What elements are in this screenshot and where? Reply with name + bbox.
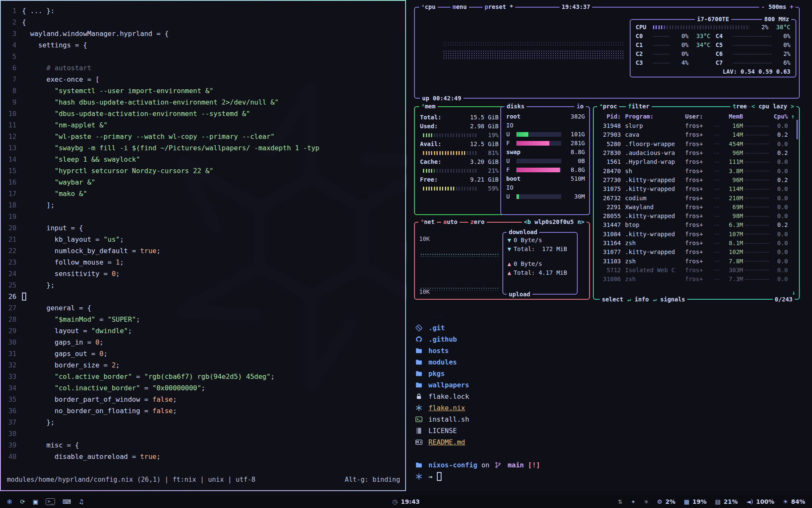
sort-selector[interactable]: < cpu lazy > (749, 102, 796, 111)
code-line[interactable]: 24 sensitivity = 0; (3, 268, 404, 279)
process-row[interactable]: 1561.Hyprland-wrapfros+111M0.0 (599, 157, 795, 166)
code-line[interactable]: 12 "wl-paste --primary --watch wl-copy -… (3, 131, 404, 142)
code-line[interactable]: 27 general = { (3, 302, 404, 314)
code-line[interactable]: 29 layout = "dwindle"; (3, 325, 404, 337)
code-line[interactable]: 15 "hyprctl setcursor Nordzy-cursors 22 … (3, 165, 404, 177)
editor-window[interactable]: 1{ ... }:2{3 wayland.windowManager.hyprl… (0, 0, 406, 491)
volume-module[interactable]: ◄)100% (746, 498, 774, 505)
code-line[interactable]: 22 numlock_by_default = true; (3, 245, 404, 257)
file-item[interactable]: flake.nix (415, 402, 812, 414)
update-interval-control[interactable]: - 500ms + (759, 3, 796, 11)
file-item[interactable]: pkgs (415, 368, 812, 379)
code-line[interactable]: 23 follow_mouse = 1; (3, 257, 404, 268)
shell-input-line[interactable]: → (415, 471, 812, 482)
code-line[interactable]: 3 wayland.windowManager.hyprland = { (3, 28, 404, 39)
code-line[interactable]: 11 "nm-applet &" (3, 119, 404, 131)
tray-icon-3[interactable]: ✳ (644, 499, 649, 505)
code-line[interactable]: 36 no_border_on_floating = false; (3, 405, 404, 417)
terminal-icon[interactable]: >_ (46, 498, 55, 505)
code-line[interactable]: 6 # autostart (3, 62, 404, 74)
file-item[interactable]: wallpapers (415, 379, 812, 391)
process-row[interactable]: 31077.kitty-wrappedfros+102M0.0 (599, 248, 795, 257)
process-row[interactable]: 27730.kitty-wrappedfros+96M0.2 (599, 176, 795, 185)
code-line[interactable]: 38 (3, 428, 404, 439)
tray-icon-1[interactable]: ⇅ (618, 499, 623, 505)
code-line[interactable]: 13 "swaybg -m fill -i $(find ~/Pictures/… (3, 142, 404, 154)
code-line[interactable]: 26 (3, 291, 404, 302)
code-line[interactable]: 28 "$mainMod" = "SUPER"; (3, 314, 404, 325)
code-line[interactable]: 10 "dbus-update-activation-environment -… (3, 108, 404, 119)
process-row[interactable]: 26732codiumfros+210M0.0 (599, 193, 795, 202)
code-line[interactable]: 20 input = { (3, 222, 404, 234)
tasks-icon[interactable]: ▣ (33, 498, 38, 505)
code-line[interactable]: 16 "waybar &" (3, 177, 404, 188)
music-icon[interactable]: ♫ (79, 498, 84, 505)
file-item[interactable]: modules (415, 356, 812, 368)
net-device-switcher[interactable]: <b wlp0s20f0u5 n> (522, 218, 587, 226)
code-line[interactable]: 8 "systemctl --user import-environment &… (3, 85, 404, 97)
code-line[interactable]: 2{ (3, 17, 404, 28)
cpu-load-module[interactable]: ▦19% (684, 498, 707, 505)
code-line[interactable]: 32 border_size = 2; (3, 359, 404, 371)
filter-button[interactable]: filter (626, 102, 652, 111)
code-line[interactable]: 30 gaps_in = 0; (3, 337, 404, 348)
restart-icon[interactable]: ⟳ (20, 498, 25, 505)
process-row[interactable]: 31164zshfros+8.1M0.0 (599, 239, 795, 248)
code-line[interactable]: 19 (3, 211, 404, 222)
code-line[interactable]: 5 (3, 51, 404, 62)
tray-icon-2[interactable]: ✦ (631, 499, 636, 505)
process-row[interactable]: 27903cavafros+14M0.2 (599, 130, 795, 139)
process-row[interactable]: 5712Isolated Web Cfros+303M0.0 (599, 266, 795, 275)
bar-clock[interactable]: ◷ 19:43 (392, 498, 420, 505)
process-row[interactable]: 31084.kitty-wrappedfros+107M0.0 (599, 230, 795, 239)
code-line[interactable]: 14 "sleep 1 && swaylock" (3, 154, 404, 165)
code-line[interactable]: 18 ]; (3, 199, 404, 211)
code-area[interactable]: 1{ ... }:2{3 wayland.windowManager.hyprl… (3, 5, 404, 462)
process-row[interactable]: 31086zshfros+7.3M0.0 (599, 275, 795, 284)
memory-module[interactable]: ▤21% (715, 498, 738, 505)
file-item[interactable]: hosts (415, 345, 812, 356)
process-row[interactable]: 28470shfros+3.8M0.0 (599, 166, 795, 175)
process-row[interactable]: 31948slurpfros+16M0.0 (599, 121, 795, 130)
code-line[interactable]: 37 }; (3, 417, 404, 428)
btop-window[interactable]: ¹cpu menu preset * 19:43:37 - 500ms + up… (407, 0, 812, 316)
menu-button[interactable]: menu (450, 3, 469, 11)
file-item[interactable]: .github (415, 334, 812, 345)
preset-button[interactable]: preset * (483, 3, 515, 11)
process-row[interactable]: 2291Xwaylandfros+69M0.0 (599, 203, 795, 212)
cpu-temp-module[interactable]: ⚙2% (657, 498, 675, 505)
code-line[interactable]: 9 "hash dbus-update-activation-environme… (3, 97, 404, 108)
process-row[interactable]: 27830.audacious-wrafros+96M0.2 (599, 149, 795, 157)
code-line[interactable]: 1{ ... }: (3, 5, 404, 17)
keyboard-icon[interactable]: ⌨ (63, 498, 71, 505)
code-line[interactable]: 4 settings = { (3, 39, 404, 51)
code-line[interactable]: 34 "col.inactive_border" = "0x00000000"; (3, 382, 404, 394)
terminal-window[interactable]: .git.githubhostsmodulespkgswallpapersfla… (407, 317, 812, 491)
io-mode-button[interactable]: io (574, 102, 586, 111)
code-line[interactable]: 25 }; (3, 279, 404, 291)
process-row[interactable]: 31103zshfros+7.8M0.0 (599, 257, 795, 265)
net-auto-button[interactable]: auto (441, 218, 460, 226)
process-row[interactable]: 5280.floorp-wrappefros+454M0.0 (599, 140, 795, 149)
code-line[interactable]: 7 exec-once = [ (3, 74, 404, 85)
code-line[interactable]: 40 disable_autoreload = true; (3, 451, 404, 462)
code-line[interactable]: 33 "col.active_border" = "rgb(cba6f7) rg… (3, 371, 404, 382)
proc-footer-actions[interactable]: select ↵ info ↵ signals (600, 295, 687, 304)
file-item[interactable]: flake.lock (415, 391, 812, 402)
process-row[interactable]: 31447btopfros+6.3M0.2 (599, 221, 795, 229)
file-item[interactable]: install.sh (415, 414, 812, 425)
tree-button[interactable]: tree (730, 102, 749, 111)
code-line[interactable]: 35 border_part_of_window = false; (3, 394, 404, 405)
net-zero-button[interactable]: zero (468, 218, 487, 226)
process-row[interactable]: 28055.kitty-wrappedfros+98M0.0 (599, 212, 795, 221)
brightness-module[interactable]: ☀84% (783, 498, 805, 505)
code-line[interactable]: 39 misc = { (3, 439, 404, 451)
file-item[interactable]: LICENSE (415, 425, 812, 436)
code-line[interactable]: 31 gaps_out = 0; (3, 348, 404, 359)
proc-scrollbar-thumb[interactable] (796, 120, 798, 139)
process-row[interactable]: 31075.kitty-wrappedfros+114M0.0 (599, 185, 795, 193)
code-line[interactable]: 17 "mako &" (3, 188, 404, 199)
nixos-logo-icon[interactable]: ❄ (7, 498, 12, 506)
code-line[interactable]: 21 kb_layout = "us"; (3, 234, 404, 245)
process-table-header[interactable]: Pid: Program: User: MemB Cpu% ↑ (599, 112, 795, 121)
